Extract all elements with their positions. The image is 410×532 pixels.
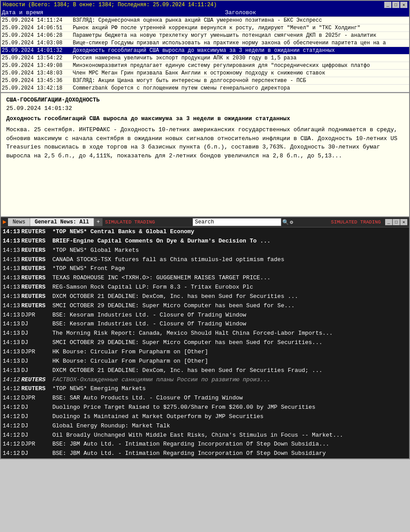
feed-row-title: *TOP NEWS* Global Markets [52,246,407,255]
feed-row[interactable]: 14:13DJSMCI OCTOBER 29 DEADLINE: Super M… [1,338,409,348]
tab-general-news[interactable]: General News: All [30,218,94,226]
news-row[interactable]: 25.09.2024 13:45:36ВЗГЛЯД: Акции Циана м… [1,77,409,85]
feed-row-title: Duolingo Is Maintained at Market Outperf… [52,413,407,421]
article-headline: Доходность гособлигаций США выросла до м… [6,115,404,122]
feed-row-source: DJ [21,320,52,329]
feed-row[interactable]: 14:12DJBSE: JBM Auto Ltd. - Intimation R… [1,449,409,458]
news-row-date: 25.09.2024 14:06:28 [2,32,73,39]
feed-row[interactable]: 14:13REUTERSREG-Samson Rock Capital LLP:… [1,283,409,292]
feed-row[interactable]: 14:13DJPRBSE: Kesoram Industries Ltd. - … [1,311,409,320]
feed-row[interactable]: 14:13REUTERS*TOP NEWS* Global Markets [1,246,409,255]
news-row[interactable]: 25.09.2024 13:42:18Commerzbank борется с… [1,85,409,92]
news-row-date: 25.09.2024 14:01:32 [2,47,73,54]
feed-row-title: Duolingo Price Target Raised to $275.00/… [52,403,407,412]
feed-row-time: 14:13 [3,246,21,255]
bottom-minimize-button[interactable]: _ [385,219,392,225]
news-row[interactable]: 25.09.2024 14:11:24ВЗГЛЯД: Среднесрочная… [1,17,409,24]
feed-row[interactable]: 14:13REUTERSSMCI OCTOBER 29 DEADLINE: Su… [1,301,409,311]
feed-row-title: BRIEF-Engine Capital Comments On Dye & D… [52,237,407,246]
news-row[interactable]: 25.09.2024 14:06:28Параметры бюджета на … [1,32,409,39]
feed-row-source: DJ [21,357,52,366]
feed-row-source: REUTERS [21,302,52,310]
news-table-header: Дата и время Заголовок [1,9,409,17]
news-list: 25.09.2024 14:11:24ВЗГЛЯД: Среднесрочная… [1,17,409,92]
feed-row-source: REUTERS [21,376,52,384]
feed-row-source: REUTERS [21,293,52,301]
news-row-title: ВЗГЛЯД: Среднесрочная оценка рынка акций… [73,17,408,23]
minimize-button[interactable]: _ [384,2,391,8]
feed-row-source: REUTERS [21,228,52,236]
feed-row[interactable]: 14:12DJOil Broadly Unchanged With Middle… [1,431,409,440]
search-input[interactable] [193,218,281,226]
tab-news[interactable]: News [8,218,30,226]
feed-row[interactable]: 14:12REUTERS*TOP NEWS* Emerging Markets [1,384,409,394]
search-icon[interactable]: 🔍 [282,219,289,226]
close-button[interactable]: ✕ [400,2,407,8]
feed-row[interactable]: 14:13DJHK Bourse: Circular From Puraphar… [1,357,409,366]
news-row-date: 25.09.2024 13:42:18 [2,85,73,91]
feed-row-time: 14:12 [3,431,21,440]
feed-row[interactable]: 14:13DJDXCM OCTOBER 21 DEADLINE: DexCom,… [1,366,409,376]
filter-icon[interactable]: ⚙ [290,219,293,226]
feed-row-title: BSE: SAR Auto Products Ltd. - Closure Of… [52,394,407,403]
feed-row-time: 14:13 [3,367,21,375]
feed-row-title: The Morning Risk Report: Canada, Mexico … [52,329,407,338]
bottom-maximize-button[interactable]: □ [393,219,400,225]
news-row[interactable]: 25.09.2024 14:01:32Доходность гособлигац… [1,47,409,55]
news-row-date: 25.09.2024 14:03:08 [2,40,73,46]
feed-row-time: 14:13 [3,237,21,246]
top-window-title: Новости (Всего: 1384; В окне: 1384; Посл… [3,2,217,8]
feed-row[interactable]: 14:12REUTERSFACTBOX-Охлажденные санкциям… [1,376,409,385]
feed-row[interactable]: 14:13DJThe Morning Risk Report: Canada, … [1,329,409,338]
feed-row-time: 14:12 [3,403,21,412]
news-row-date: 25.09.2024 13:45:36 [2,78,73,84]
feed-row-time: 14:13 [3,348,21,356]
news-row-date: 25.09.2024 13:49:08 [2,63,73,69]
sim-trading-label-right: SIMULATED TRADING [328,219,383,225]
feed-row[interactable]: 14:13DJPRHK Bourse: Circular From Puraph… [1,348,409,357]
news-row[interactable]: 25.09.2024 14:03:08Вице-спикер Госдумы п… [1,39,409,47]
feed-row-time: 14:13 [3,283,21,292]
tab-add-button[interactable]: + [94,218,102,226]
feed-row-title: HK Bourse: Circular From Purapharm on [O… [52,357,407,366]
feed-row[interactable]: 14:13REUTERSDXCM OCTOBER 21 DEADLINE: De… [1,292,409,301]
feed-row-time: 14:12 [3,413,21,421]
feed-row-time: 14:12 [3,385,21,393]
bottom-close-button[interactable]: ✕ [400,219,407,225]
feed-row-title: SMCI OCTOBER 29 DEADLINE: Super Micro Co… [52,302,407,310]
news-row-date: 25.09.2024 13:54:22 [2,55,73,61]
feed-row-source: DJ [21,450,52,458]
feed-row-source: DJPR [21,348,52,356]
feed-row[interactable]: 14:12DJDuolingo Price Target Raised to $… [1,403,409,412]
feed-row-source: DJPR [21,394,52,403]
feed-row-source: REUTERS [21,283,52,292]
feed-row-title: CANADA STOCKS-TSX futures fall as China … [52,256,407,264]
feed-row-source: REUTERS [21,274,52,282]
feed-row[interactable]: 14:12DJGlobal Energy Roundup: Market Tal… [1,422,409,431]
feed-row[interactable]: 14:13REUTERSBRIEF-Engine Capital Comment… [1,237,409,246]
feed-row[interactable]: 14:13REUTERSTEXAS ROADHOUSE INC <TXRH.O>… [1,274,409,283]
feed-row-source: DJ [21,367,52,375]
feed-row-time: 14:13 [3,339,21,347]
feed-row[interactable]: 14:12DJPRBSE: SAR Auto Products Ltd. - C… [1,394,409,403]
news-row-title: Минэкономразвития предлагает единую сист… [73,63,408,69]
feed-row-title: *TOP NEWS* Emerging Markets [52,385,407,393]
feed-row-time: 14:13 [3,320,21,329]
news-row[interactable]: 25.09.2024 13:48:03Член МРС Меган Грин п… [1,70,409,77]
news-row[interactable]: 25.09.2024 13:54:22Россия намерена увели… [1,55,409,62]
news-row-title: Commerzbank борется с поглощением путем … [73,85,408,91]
news-row-title: Член МРС Меган Грин призвала Банк Англии… [73,70,408,76]
feed-row[interactable]: 14:13REUTERS*TOP NEWS* Front Page [1,264,409,274]
maximize-button[interactable]: □ [392,2,399,8]
feed-row-title: TEXAS ROADHOUSE INC <TXRH.O>: GUGGENHEIM… [52,274,407,282]
feed-row[interactable]: 14:13REUTERSCANADA STOCKS-TSX futures fa… [1,255,409,265]
feed-row[interactable]: 14:12DJPRBSE: JBM Auto Ltd. - Intimation… [1,440,409,449]
feed-row-time: 14:13 [3,228,21,236]
feed-row[interactable]: 14:13REUTERS*TOP NEWS* Central Banks & G… [1,227,409,237]
feed-row[interactable]: 14:12DJDuolingo Is Maintained at Market … [1,412,409,422]
feed-row[interactable]: 14:13DJBSE: Kesoram Industries Ltd. - Cl… [1,320,409,329]
news-row[interactable]: 25.09.2024 14:06:51Рынок акций РФ после … [1,24,409,32]
feed-row-source: DJPR [21,440,52,449]
feed-row-time: 14:13 [3,256,21,264]
news-row[interactable]: 25.09.2024 13:49:08Минэкономразвития пре… [1,62,409,70]
